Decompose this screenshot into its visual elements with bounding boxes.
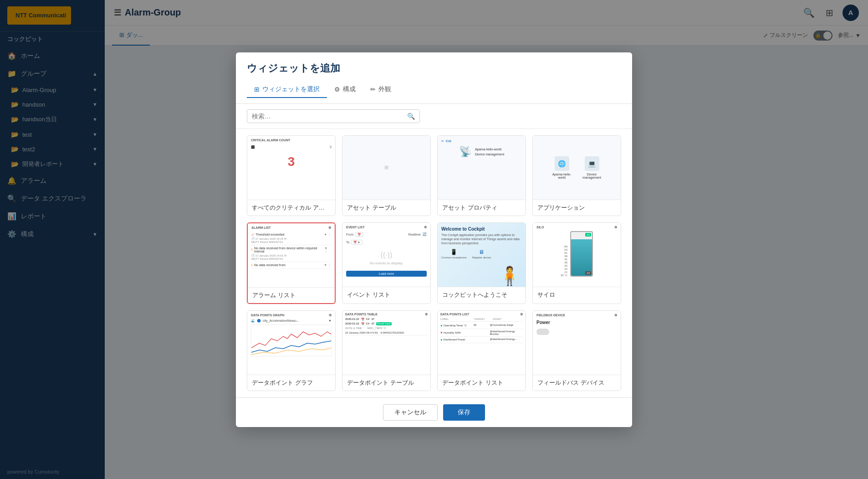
search-input[interactable] (252, 113, 403, 120)
dpt-data-row: 22 January 2020 09:4 5:53 6.564512751023… (345, 330, 428, 335)
widget-card-event-list[interactable]: EVENT LIST ⚙ From 📅 Realtime 🔄 To 📅 ▼ (342, 222, 431, 304)
data-points-graph-content: DATA POINTS GRAPH ⚙ 🌊 🔵 city_Acceleratio… (247, 311, 335, 375)
dpl-col-label: LABEL (440, 318, 470, 320)
data-points-list-content: DATA POINTS LIST ⚙ LABEL TARGET ASSET ●O… (438, 311, 526, 375)
event-list-title: EVENT LIST (346, 226, 364, 229)
widget-card-data-points-list[interactable]: DATA POINTS LIST ⚙ LABEL TARGET ASSET ●O… (437, 310, 526, 391)
widget-card-critical-alarms[interactable]: CRITICAL ALARM COUNT ⬛3 3 すべてのクリティカル ア… (247, 135, 336, 216)
dpl-header: DATA POINTS LIST ⚙ (440, 313, 523, 316)
dpt-settings-icon: ⚙ (425, 313, 428, 316)
event-to-label: To (346, 241, 349, 244)
alarm-item-3: ℹ No data received from ▼ ⋮ (251, 262, 331, 269)
smartphone-icon: 📱 (450, 249, 457, 255)
widget-preview-data-points-table: DATA POINTS TABLE ⚙ 2020-01-22 📅 C# 37 2… (342, 311, 430, 375)
alarm-major-icon-2: ℹ (251, 263, 253, 267)
silo-label-60: 60 (564, 245, 567, 248)
widget-card-application[interactable]: 🌐 Apama-hello-world 💻 Device management … (532, 135, 621, 216)
widget-card-silo[interactable]: SILO ⚙ 60 53 51 46 41 35 (532, 222, 621, 304)
widget-card-fieldbus[interactable]: FIELDBUS DEVICE ⚙ Power フィールドバス デバイス (532, 310, 621, 391)
widget-preview-silo: SILO ⚙ 60 53 51 46 41 35 (533, 223, 621, 287)
fieldbus-content: FIELDBUS DEVICE ⚙ Power (533, 311, 621, 375)
tab-appearance-label: 外観 (378, 85, 391, 93)
widget-preview-alarm-list: ALARM LIST ⚙ ⚠ Threshold exceeded ▼ ⋮ 🕐 … (248, 223, 335, 287)
ap-device-name-2: Device management (475, 153, 504, 156)
event-refresh-icon: 🔄 (423, 232, 427, 236)
dpl-row-1-target: 30 (473, 324, 490, 328)
alarm-item-3-text: No data received from (254, 263, 286, 267)
modal-tabs: ⊞ ウィジェットを選択 ⚙ 構成 ✏ 外観 (247, 82, 621, 98)
alarm-item-2-device: MQTT Device WIDGETS1 (251, 258, 331, 260)
widget-card-asset-property[interactable]: ✏ Edit 📡 Apama-hello-world Device manage… (437, 135, 526, 216)
register-label: Register device (472, 256, 491, 259)
fb-title: FIELDBUS DEVICE (536, 314, 565, 317)
alarm-settings-icon: ⚙ (328, 226, 331, 230)
alarm-item-2: ℹ No data received from device within re… (251, 245, 331, 262)
widget-preview-cockpit-welcome: Welcome to Cockpit The Cockpit applicati… (438, 223, 526, 287)
silo-label-46: 46 (564, 255, 567, 258)
dpt-c1-2: C# (366, 322, 370, 325)
alarm-major-icon: ℹ (251, 248, 253, 252)
alarm-list-header: ALARM LIST ⚙ (251, 226, 331, 230)
dpt-value: 6.56451275102302 (380, 331, 404, 334)
tab-select-widget[interactable]: ⊞ ウィジェットを選択 (247, 82, 327, 98)
edit-icon: ✏ (441, 139, 444, 143)
widget-preview-asset-table: ⊞ (342, 136, 430, 200)
search-input-wrap: 🔍 (247, 109, 420, 123)
ap-edit-row: ✏ Edit (441, 139, 522, 143)
dpl-col-target: TARGET (474, 318, 489, 320)
ap-edit-label: Edit (446, 139, 451, 143)
critical-alarms-content: CRITICAL ALARM COUNT ⬛3 3 (247, 136, 335, 200)
dpl-settings-icon: ⚙ (520, 313, 523, 316)
event-settings-icon: ⚙ (424, 226, 427, 229)
cockpit-action-register: 🖥 Register device (472, 249, 491, 259)
widget-card-alarm-list[interactable]: ALARM LIST ⚙ ⚠ Threshold exceeded ▼ ⋮ 🕐 … (247, 222, 336, 304)
widget-card-data-points-graph[interactable]: DATA POINTS GRAPH ⚙ 🌊 🔵 city_Acceleratio… (247, 310, 336, 391)
dpl-row-3-target (473, 338, 490, 342)
dpl-row-3-asset: @dashboard Energy... (490, 338, 523, 342)
widget-preview-asset-property: ✏ Edit 📡 Apama-hello-world Device manage… (438, 136, 526, 200)
alarm-critical-icon: ⚠ (251, 233, 254, 237)
widget-label-data-points-graph: データポイント グラフ (247, 375, 335, 391)
connect-label: Connect smartphone (441, 256, 467, 259)
event-to-input: 📅 ▼ (351, 240, 363, 245)
save-button[interactable]: 保存 (443, 404, 485, 421)
dpl-row-1: ●Operating Temp °C 30 @Cumulocity Edge (440, 323, 523, 329)
widget-card-cockpit-welcome[interactable]: Welcome to Cockpit The Cockpit applicati… (437, 222, 526, 304)
dpl-col-headers: LABEL TARGET ASSET (440, 318, 523, 322)
widget-label-fieldbus: フィールドバス デバイス (533, 375, 621, 391)
dpl-col-asset: ASSET (493, 318, 523, 320)
widget-modal: ウィジェットを追加 ⊞ ウィジェットを選択 ⚙ 構成 ✏ 外観 (236, 52, 632, 427)
dpg-device-name: city_AccelerationMeasu... (263, 319, 299, 323)
event-filter-from: From 📅 Realtime 🔄 (346, 232, 427, 237)
wifi-icon: ((·)) (381, 251, 393, 259)
data-points-table-content: DATA POINTS TABLE ⚙ 2020-01-22 📅 C# 37 2… (342, 311, 430, 375)
modal-header: ウィジェットを追加 ⊞ ウィジェットを選択 ⚙ 構成 ✏ 外観 (236, 52, 632, 104)
dpl-row-1-asset: @Cumulocity Edge (490, 324, 523, 328)
app-item-2: 💻 Device management (581, 156, 603, 179)
dpl-row-2: ●Humidity %Rh @dashboard Energy Monitor (440, 329, 523, 337)
widget-card-data-points-table[interactable]: DATA POINTS TABLE ⚙ 2020-01-22 📅 C# 37 2… (342, 310, 431, 391)
silo-header: SILO ⚙ (536, 226, 617, 229)
dpg-chart-svg (251, 325, 331, 356)
cockpit-welcome-text: The Cockpit application provides you wit… (441, 233, 522, 245)
alarm-item-1: ⚠ Threshold exceeded ▼ ⋮ 🕐 17 January 20… (251, 232, 331, 245)
dpt-37-2: 37 (371, 322, 374, 325)
silo-top-badge: 60 (585, 233, 591, 237)
widget-preview-fieldbus: FIELDBUS DEVICE ⚙ Power (533, 311, 621, 375)
app-label-2: Device management (581, 173, 603, 179)
widget-preview-application: 🌐 Apama-hello-world 💻 Device management (533, 136, 621, 200)
cancel-button[interactable]: キャンセル (383, 404, 438, 421)
widget-label-silo: サイロ (533, 287, 621, 303)
widget-card-asset-table[interactable]: ⊞ アセット テーブル (342, 135, 431, 216)
alarm-item-1-meta: 🕐 17 January 2020 15:25 ✉ (251, 237, 331, 240)
tab-appearance[interactable]: ✏ 外観 (363, 82, 398, 98)
dpt-cal-icon-1: 📅 (361, 318, 364, 321)
modal-overlay: ウィジェットを追加 ⊞ ウィジェットを選択 ⚙ 構成 ✏ 外観 (0, 0, 868, 479)
chevron-alarm-3: ▼ ⋮ (324, 263, 331, 267)
cockpit-figure: 🧍 (498, 265, 521, 287)
load-more-button[interactable]: Load more (346, 271, 427, 277)
app-items: 🌐 Apama-hello-world 💻 Device management (551, 156, 603, 179)
widget-label-event-list: イベント リスト (342, 287, 430, 303)
tab-config[interactable]: ⚙ 構成 (327, 82, 363, 98)
silo-content: SILO ⚙ 60 53 51 46 41 35 (533, 223, 621, 287)
